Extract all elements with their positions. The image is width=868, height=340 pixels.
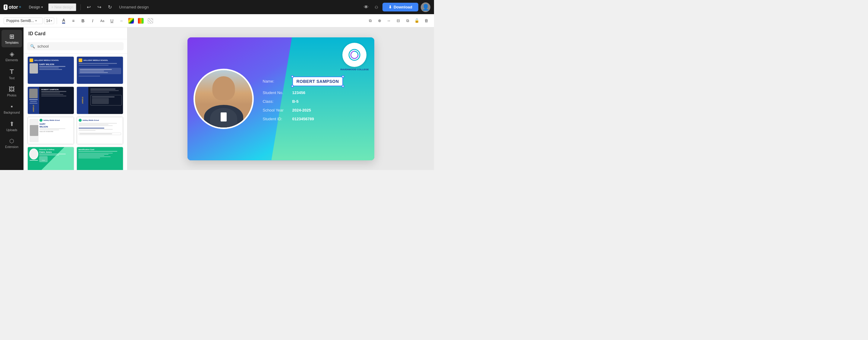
text-color-button[interactable]: A	[59, 17, 68, 25]
italic-button[interactable]: I	[88, 17, 97, 25]
photos-icon: 🖼	[9, 86, 15, 93]
search-wrapper: 🔍	[27, 42, 124, 50]
letter-spacing-button[interactable]: ↔	[117, 17, 126, 25]
new-design-button[interactable]: + New design	[48, 3, 76, 11]
bold-icon: B	[82, 19, 84, 23]
delete-icon: 🗑	[424, 19, 428, 23]
topbar: f otor ® Design ▾ + New design ↩ ↪ ↻ Unn…	[0, 0, 434, 14]
bold-button[interactable]: B	[79, 17, 87, 25]
text-toolbar: Poppins SemiB... ▾ 14 ▾ A ≡ B I Aa U ↔ ⧉…	[0, 14, 434, 27]
template-card-1[interactable]: HALLIDAY MIDDLE SCHOOL GARY WILSON	[27, 56, 74, 84]
refresh-button[interactable]: ↻	[106, 3, 114, 11]
toolbar-right-icons: ⧉ ⊕ ↔ ⊟ ⧉ 🔓 🗑	[366, 17, 430, 25]
design-menu-button[interactable]: Design ▾	[27, 4, 45, 10]
avatar-image: 👤	[422, 4, 430, 11]
design-label: Design	[29, 5, 40, 9]
size-chevron-icon: ▾	[51, 19, 52, 22]
selection-handle-bl	[291, 85, 293, 87]
sidebar-item-elements[interactable]: ◈ Elements	[1, 47, 22, 65]
new-design-label: + New design	[51, 5, 73, 9]
underline-button[interactable]: U	[107, 17, 116, 25]
template-card-2[interactable]: HALLIDAY MIDDLE SCHOOL	[76, 56, 124, 84]
app-logo: f otor ®	[4, 4, 21, 10]
sidebar-item-templates[interactable]: ⊞ Templates	[1, 30, 22, 47]
name-value-wrapper[interactable]: ROBERT SAMPSON	[292, 76, 343, 86]
class-label: Class:	[263, 99, 290, 104]
center-icon: ⊕	[378, 19, 381, 23]
search-icon: 🔍	[30, 44, 35, 49]
sidebar-item-extension[interactable]: ⬡ Extension	[1, 135, 22, 152]
redo-button[interactable]: ↪	[96, 3, 103, 11]
student-id-label: Student ID:	[263, 117, 290, 121]
align-distribute-button[interactable]: ⊟	[394, 17, 402, 25]
sidebar-item-background[interactable]: ▪ Background	[1, 100, 22, 117]
id-card-content: Name: ROBERT SAMPSON	[187, 37, 374, 160]
copy-icon: ⧉	[369, 19, 372, 23]
extension-icon: ⬡	[9, 138, 14, 144]
school-year-label: School Year	[263, 108, 290, 113]
color-swatch	[128, 18, 134, 24]
layers-button[interactable]: ⧉	[403, 17, 412, 25]
underline-icon: U	[110, 19, 113, 23]
class-field: Class: B-5	[263, 99, 368, 104]
copy-button[interactable]: ⧉	[366, 17, 374, 25]
redo-icon: ↪	[97, 4, 101, 10]
italic-icon: I	[92, 19, 93, 23]
sidebar-item-photos-label: Photos	[7, 94, 16, 97]
template-card-5[interactable]: Halliday Middle School GARY WILSON Stude…	[27, 116, 74, 145]
template-card-6[interactable]: Halliday Middle School	[76, 116, 124, 145]
sidebar-item-uploads-label: Uploads	[6, 128, 18, 132]
main-area: ⊞ Templates ◈ Elements T Text 🖼 Photos ▪…	[0, 27, 434, 170]
template-card-4[interactable]: STUDENT	[76, 86, 124, 115]
center-button[interactable]: ⊕	[375, 17, 384, 25]
student-id-value: 0123456789	[292, 117, 314, 121]
lock-button[interactable]: 🔓	[412, 17, 421, 25]
template-card-3[interactable]: STUDENT ROBERT SAMPSON	[27, 86, 74, 115]
font-size-selector[interactable]: 14 ▾	[44, 18, 54, 24]
photo-area	[187, 69, 260, 129]
templates-grid: HALLIDAY MIDDLE SCHOOL GARY WILSON	[24, 54, 127, 170]
template-card-8[interactable]: Identification Card	[76, 147, 124, 170]
sidebar: ⊞ Templates ◈ Elements T Text 🖼 Photos ▪…	[0, 27, 24, 170]
preview-button[interactable]: 👁	[362, 3, 370, 11]
share-icon: ⚇	[375, 5, 378, 10]
student-info: Name: ROBERT SAMPSON	[260, 67, 374, 130]
school-year-field: School Year 2024-2025	[263, 108, 368, 113]
name-label: Name:	[263, 79, 290, 84]
delete-button[interactable]: 🗑	[422, 17, 430, 25]
sidebar-item-photos[interactable]: 🖼 Photos	[1, 83, 22, 100]
student-no-field: Student No. 123456	[263, 90, 368, 95]
pattern-button[interactable]	[146, 17, 155, 25]
download-button[interactable]: ⬇ Download	[382, 3, 418, 11]
sidebar-item-background-label: Background	[4, 111, 20, 114]
canvas-area[interactable]: RAVENWOOD COLLEGE	[127, 27, 434, 170]
font-name-label: Poppins SemiB...	[6, 19, 34, 23]
font-size-aa-button[interactable]: Aa	[98, 17, 106, 25]
refresh-icon: ↻	[108, 4, 112, 10]
sidebar-item-uploads[interactable]: ⬆ Uploads	[1, 117, 22, 135]
flip-button[interactable]: ↔	[384, 17, 393, 25]
template-card-7[interactable]: University of Halfway Claire Jones Junio…	[27, 147, 74, 170]
undo-button[interactable]: ↩	[85, 3, 93, 11]
logo-registered: ®	[19, 6, 21, 8]
class-value: B-5	[292, 99, 299, 104]
toolbar-sep-1	[57, 18, 57, 24]
pattern-icon	[148, 18, 153, 24]
flip-icon: ↔	[387, 19, 391, 23]
gradient-button[interactable]	[136, 17, 145, 25]
user-avatar[interactable]: 👤	[421, 2, 430, 12]
font-size-label: 14	[46, 19, 50, 23]
color-picker-button[interactable]	[127, 17, 135, 25]
name-value: ROBERT SAMPSON	[297, 79, 339, 84]
text-align-button[interactable]: ≡	[69, 17, 78, 25]
align-icon: ≡	[72, 19, 74, 23]
uploads-icon: ⬆	[9, 120, 14, 127]
sidebar-item-extension-label: Extension	[5, 145, 19, 149]
search-input[interactable]	[37, 44, 121, 49]
font-family-selector[interactable]: Poppins SemiB... ▾	[4, 18, 43, 24]
share-button[interactable]: ⚇	[373, 3, 380, 11]
panel-title: ID Card	[24, 27, 127, 39]
sidebar-item-text[interactable]: T Text	[1, 65, 22, 83]
design-chevron-icon: ▾	[41, 5, 43, 9]
logo-name: otor	[9, 4, 18, 10]
